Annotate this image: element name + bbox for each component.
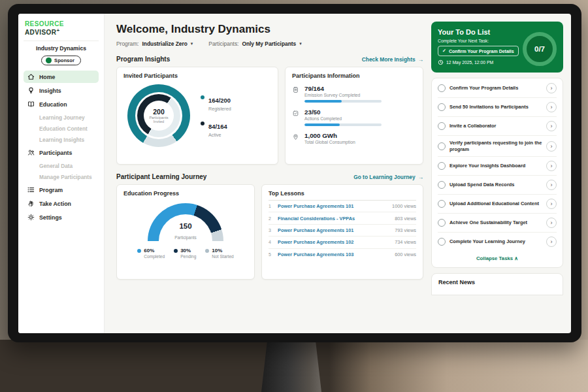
task-checkbox[interactable] <box>438 103 446 111</box>
logo-secondary: ADVISOR <box>25 29 56 36</box>
insights-cards-row: Invited Participants 200 Participants In… <box>116 67 423 165</box>
sidebar-item-manage-participants[interactable]: Manage Participants <box>24 171 99 182</box>
next-task-label: Confirm Your Program Details <box>449 49 514 54</box>
sidebar-item-education[interactable]: Education <box>24 98 99 110</box>
legend-value: 164/200 <box>208 97 231 104</box>
lesson-rank: 3 <box>269 228 273 233</box>
sidebar-item-settings[interactable]: Settings <box>24 211 99 223</box>
location-pin-icon <box>292 133 299 140</box>
logo-primary: RESOURCE <box>25 20 64 27</box>
section-title: Participant Learning Journey <box>116 173 206 180</box>
legend-label: Not Started <box>212 254 233 259</box>
gauge-legend: 60% Completed 30% Pending 10% Not Starte… <box>123 248 248 259</box>
program-insights-header: Program Insights Check More Insights → <box>116 56 423 63</box>
lesson-link[interactable]: Financial Considerations - VPPAs <box>278 216 390 221</box>
sidebar-item-learning-journey[interactable]: Learning Journey <box>24 112 99 123</box>
chevron-right-icon[interactable]: › <box>546 237 557 247</box>
sponsor-badge[interactable]: Sponsor <box>41 56 81 65</box>
lesson-row: 2 Financial Considerations - VPPAs 803 v… <box>269 212 416 224</box>
sidebar-item-program[interactable]: Program <box>24 184 99 196</box>
legend-label: Completed <box>144 254 165 259</box>
collapse-tasks-link[interactable]: Collapse Tasks ∧ <box>438 251 557 267</box>
chevron-right-icon[interactable]: › <box>546 180 557 190</box>
chevron-right-icon[interactable]: › <box>546 199 557 209</box>
chevron-down-icon: ▾ <box>191 41 193 46</box>
task-label: Verify participants requesting to join t… <box>449 140 542 152</box>
program-filter-value: Industrialize Zero <box>142 41 187 47</box>
program-filter[interactable]: Program: Industrialize Zero ▾ <box>116 41 193 47</box>
go-to-learning-journey-link[interactable]: Go to Learning Journey → <box>353 174 423 180</box>
section-title: Program Insights <box>116 56 170 63</box>
lesson-views: 803 views <box>395 216 416 221</box>
task-row: Invite a Collaborator › <box>438 117 557 136</box>
sidebar-item-insights[interactable]: Insights <box>24 84 99 97</box>
gauge-center: 150 Participants <box>148 223 223 242</box>
task-checkbox[interactable] <box>438 162 446 170</box>
donut: 200 Participants Invited <box>127 84 190 147</box>
org-name: Industry Dynamics <box>24 45 99 52</box>
legend-value: 30% <box>180 248 191 253</box>
task-checkbox[interactable] <box>438 142 446 150</box>
legend-item-not-started: 10% Not Started <box>205 248 233 259</box>
participants-filter[interactable]: Participants: Only My Participants ▾ <box>208 41 301 47</box>
stat-label: Total Global Consumption <box>304 140 355 144</box>
legend-item-completed: 60% Completed <box>137 248 165 259</box>
participants-filter-value: Only My Participants <box>242 41 296 47</box>
task-label: Explore Your Insights Dashboard <box>449 163 542 169</box>
stat-value: 79/164 <box>304 85 382 92</box>
sidebar-item-take-action[interactable]: Take Action <box>24 197 99 210</box>
sidebar-item-label: Settings <box>39 214 62 221</box>
recent-news-title: Recent News <box>438 279 475 286</box>
clipboard-icon <box>292 86 299 93</box>
check-more-insights-link[interactable]: Check More Insights → <box>362 56 423 63</box>
chevron-right-icon[interactable]: › <box>546 121 557 131</box>
sidebar-item-general-data[interactable]: General Data <box>24 160 99 171</box>
center-column: Welcome, Industry Dynamics Program: Indu… <box>116 22 423 333</box>
stat-label: Actions Completed <box>304 116 382 121</box>
lesson-views: 1000 views <box>392 203 416 209</box>
chevron-down-icon: ▾ <box>299 41 302 46</box>
task-checkbox[interactable] <box>438 122 446 130</box>
list-icon <box>27 186 35 193</box>
next-task-chip[interactable]: ✓ Confirm Your Program Details <box>438 46 519 56</box>
lesson-link[interactable]: Power Purchase Agreements 102 <box>278 239 390 245</box>
checklist-icon <box>292 110 299 117</box>
actions-progress-bar <box>304 123 382 126</box>
chevron-right-icon[interactable]: › <box>546 102 557 112</box>
card-title: Education Progress <box>123 190 248 197</box>
lesson-rank: 5 <box>269 252 273 257</box>
legend-dot <box>174 249 178 253</box>
task-checkbox[interactable] <box>438 238 446 246</box>
task-label: Achieve One Sustainability Target <box>449 220 542 226</box>
chevron-right-icon[interactable]: › <box>546 141 557 152</box>
lesson-rank: 1 <box>269 204 273 208</box>
task-checkbox[interactable] <box>438 200 446 208</box>
legend-item-active: 84/164 Active <box>201 120 231 138</box>
screen: RESOURCE ADVISOR+ Industry Dynamics Spon… <box>18 14 571 333</box>
sidebar-item-participants[interactable]: Participants <box>24 146 99 159</box>
chevron-right-icon[interactable]: › <box>546 83 557 93</box>
lesson-link[interactable]: Power Purchase Agreements 103 <box>278 252 390 257</box>
stat-row-consumption: 1,000 GWh Total Global Consumption <box>292 132 416 144</box>
task-row: Upload Additional Educational Content › <box>438 195 557 214</box>
lesson-link[interactable]: Power Purchase Agreements 101 <box>278 203 387 209</box>
clock-icon <box>438 59 444 65</box>
lesson-link[interactable]: Power Purchase Agreements 101 <box>278 227 390 233</box>
task-checkbox[interactable] <box>438 84 446 92</box>
sidebar-item-education-content[interactable]: Education Content <box>24 123 99 134</box>
task-checkbox[interactable] <box>438 219 446 227</box>
logo-plus: + <box>56 27 59 33</box>
sidebar-item-learning-insights[interactable]: Learning Insights <box>24 134 99 145</box>
participants-filter-label: Participants: <box>208 41 238 47</box>
stat-row-actions: 23/50 Actions Completed <box>292 108 416 126</box>
sidebar-item-home[interactable]: Home <box>24 71 99 83</box>
chevron-right-icon[interactable]: › <box>546 161 557 171</box>
sidebar-item-label: Participants <box>39 150 72 156</box>
todo-due-text: 12 May 2025, 12:00 PM <box>446 60 493 65</box>
recent-news-card[interactable]: Recent News <box>431 273 563 295</box>
home-icon <box>27 73 35 80</box>
chevron-right-icon[interactable]: › <box>546 218 557 228</box>
invited-donut-chart: 200 Participants Invited 164/200 Registe <box>123 84 271 147</box>
todo-progress-value: 0/7 <box>534 45 545 53</box>
task-checkbox[interactable] <box>438 181 446 189</box>
